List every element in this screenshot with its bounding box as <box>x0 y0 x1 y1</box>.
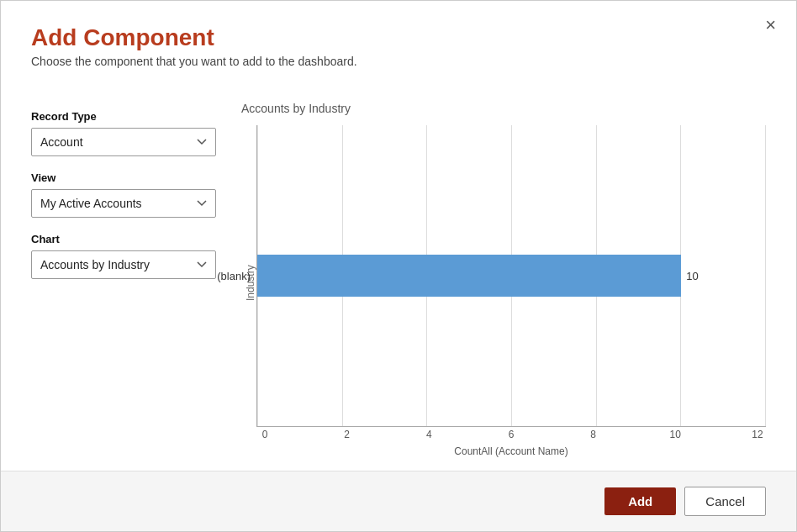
view-label: View <box>31 171 216 184</box>
x-axis: 0 2 4 6 8 10 12 <box>256 429 766 440</box>
chart-select[interactable]: Accounts by Industry Accounts by Type Ac… <box>31 250 216 279</box>
record-type-label: Record Type <box>31 110 216 123</box>
chart-inner: (blank) 10 0 2 4 <box>256 125 766 457</box>
dialog-subtitle: Choose the component that you want to ad… <box>31 55 766 68</box>
dialog-footer: Add Cancel <box>1 471 796 531</box>
chart-container: Industry <box>241 125 766 457</box>
left-panel: Record Type Account Contact Opportunity … <box>31 93 216 457</box>
bar-blank <box>257 255 681 297</box>
y-axis-label: Industry <box>241 125 256 440</box>
x-tick-6: 6 <box>503 429 520 440</box>
record-type-group: Record Type Account Contact Opportunity … <box>31 110 216 156</box>
record-type-select[interactable]: Account Contact Opportunity Lead <box>31 128 216 156</box>
x-axis-ticks: 0 2 4 6 8 10 12 <box>256 429 766 440</box>
bar-wrapper: (blank) 10 <box>257 255 766 297</box>
chart-area: Industry <box>241 125 766 457</box>
dialog-body: Record Type Account Contact Opportunity … <box>1 76 796 457</box>
chart-group: Chart Accounts by Industry Accounts by T… <box>31 233 216 279</box>
chart-label: Chart <box>31 233 216 245</box>
bar-row: (blank) 10 <box>257 238 766 313</box>
bars-area: (blank) 10 <box>256 125 766 427</box>
close-button[interactable]: × <box>765 16 776 34</box>
view-select[interactable]: My Active Accounts All Accounts Recently… <box>31 189 216 218</box>
add-component-dialog: Add Component Choose the component that … <box>0 0 797 532</box>
view-group: View My Active Accounts All Accounts Rec… <box>31 171 216 218</box>
cancel-button[interactable]: Cancel <box>684 487 766 516</box>
x-tick-10: 10 <box>667 429 684 440</box>
bar-category-label: (blank) <box>207 270 257 282</box>
add-button[interactable]: Add <box>604 487 676 515</box>
chart-title: Accounts by Industry <box>241 102 766 115</box>
x-tick-4: 4 <box>420 429 437 440</box>
right-panel: Accounts by Industry Industry <box>241 93 766 457</box>
dialog-title: Add Component <box>31 24 766 51</box>
x-tick-8: 8 <box>585 429 602 440</box>
dialog-header: Add Component Choose the component that … <box>1 1 796 76</box>
x-tick-2: 2 <box>339 429 356 440</box>
x-tick-12: 12 <box>749 429 766 440</box>
x-axis-title: CountAll (Account Name) <box>256 445 766 457</box>
x-tick-0: 0 <box>256 429 273 440</box>
bar-value: 10 <box>686 270 698 282</box>
